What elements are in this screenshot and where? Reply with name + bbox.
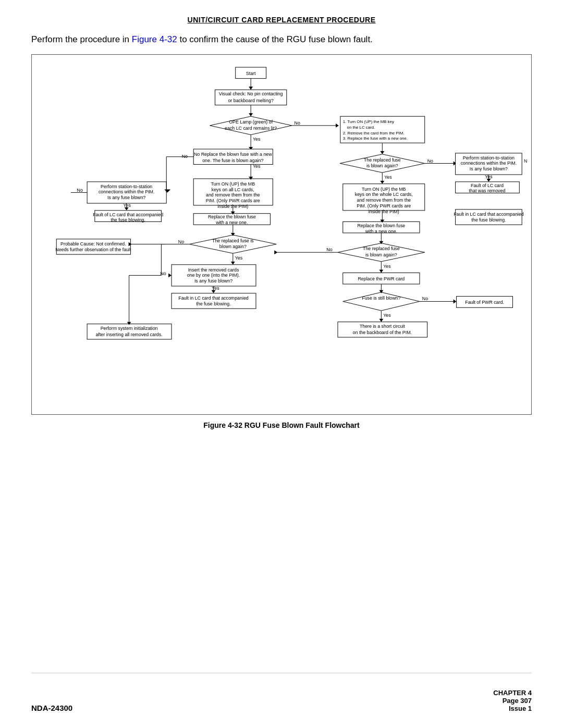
- svg-text:keys on all LC cards,: keys on all LC cards,: [212, 187, 254, 192]
- intro-paragraph: Perform the procedure in Figure 4-32 to …: [31, 33, 532, 46]
- svg-text:Perform system initialization: Perform system initialization: [101, 326, 158, 331]
- svg-text:is blown again?: is blown again?: [366, 163, 398, 168]
- svg-text:is blown again?: is blown again?: [365, 252, 397, 257]
- svg-text:Is any fuse blown?: Is any fuse blown?: [470, 166, 508, 171]
- footer-chapter: CHAPTER 4: [493, 689, 532, 697]
- svg-text:Replace the blown fuse: Replace the blown fuse: [357, 223, 405, 228]
- svg-marker-145: [454, 299, 457, 303]
- svg-marker-74: [125, 207, 129, 211]
- svg-marker-49: [486, 179, 491, 182]
- svg-text:Turn ON (UP) the MB: Turn ON (UP) the MB: [362, 186, 406, 191]
- svg-text:No: No: [427, 158, 433, 163]
- svg-text:2.  Remove the card from the P: 2. Remove the card from the PIM.: [343, 130, 405, 135]
- intro-text-before: Perform the procedure in: [31, 34, 132, 44]
- svg-text:Perform station-to-station: Perform station-to-station: [101, 183, 152, 189]
- svg-text:Yes: Yes: [123, 203, 131, 208]
- svg-marker-126: [168, 273, 172, 277]
- svg-text:the fuse blowing.: the fuse blowing.: [471, 217, 506, 223]
- svg-text:keys on the whole LC cards,: keys on the whole LC cards,: [355, 192, 413, 197]
- svg-text:OPE  Lamp (green) of: OPE Lamp (green) of: [229, 119, 273, 125]
- svg-text:PIM. (Only PWR cards are: PIM. (Only PWR cards are: [206, 198, 260, 203]
- svg-text:Needs further observation of t: Needs further observation of the fault: [55, 247, 131, 252]
- svg-text:Perform station-to-station: Perform station-to-station: [463, 155, 515, 160]
- svg-text:Start: Start: [246, 71, 256, 76]
- svg-text:or backboard melting?: or backboard melting?: [228, 98, 273, 103]
- svg-marker-14: [336, 124, 339, 128]
- svg-text:Fault in LC card that accompan: Fault in LC card that accompanied: [178, 295, 249, 300]
- svg-text:on the LC card.: on the LC card.: [347, 125, 375, 130]
- svg-text:Replace the PWR card: Replace the PWR card: [358, 276, 405, 281]
- svg-text:Insert the removed cards: Insert the removed cards: [188, 267, 239, 272]
- svg-marker-108: [274, 250, 277, 254]
- svg-text:after inserting all removed ca: after inserting all removed cards.: [96, 332, 163, 337]
- svg-text:each LC card  remains lit?: each LC card remains lit?: [225, 126, 277, 131]
- figure-link[interactable]: Figure 4-32: [132, 34, 177, 44]
- svg-text:and  remove them from the: and remove them from the: [357, 198, 411, 203]
- svg-text:Visual check: No pin contactin: Visual check: No pin contacting: [219, 91, 283, 96]
- svg-marker-111: [379, 269, 383, 273]
- svg-text:Probable Cause: Not  confirmed: Probable Cause: Not confirmed.: [60, 241, 126, 246]
- footer-left: NDA-24300: [31, 704, 72, 712]
- svg-text:with a new one.: with a new one.: [365, 229, 397, 234]
- svg-text:with a new one.: with a new one.: [215, 220, 248, 225]
- svg-text:No: No: [178, 239, 184, 244]
- svg-text:Is any fuse blown?: Is any fuse blown?: [194, 278, 232, 283]
- svg-text:Fault of PWR card.: Fault of PWR card.: [465, 300, 504, 305]
- svg-text:Yes: Yes: [384, 175, 392, 180]
- flowchart-container: Start Visual check: No pin contacting or…: [31, 54, 532, 415]
- svg-text:one. The fuse is blown again?: one. The fuse is blown again?: [202, 157, 263, 163]
- svg-text:Yes: Yes: [212, 286, 219, 291]
- svg-text:the fuse blowing.: the fuse blowing.: [111, 217, 145, 223]
- svg-text:No: No: [326, 247, 332, 252]
- svg-text:connections within the PIM.: connections within the PIM.: [99, 189, 154, 194]
- svg-text:PIM. (Only PWR cards are: PIM. (Only PWR cards are: [357, 203, 411, 208]
- svg-text:The replaced fuse: The replaced fuse: [364, 157, 401, 162]
- svg-marker-36: [380, 181, 384, 184]
- svg-text:1.  Turn ON (UP) the MB key: 1. Turn ON (UP) the MB key: [343, 119, 394, 124]
- svg-text:No Replace the blown fuse with: No Replace the blown fuse with a new: [194, 152, 272, 157]
- svg-text:inside the PIM): inside the PIM): [369, 208, 399, 214]
- svg-text:Replace the blown fuse: Replace the blown fuse: [208, 214, 256, 219]
- svg-text:connections within the PIM.: connections within the PIM.: [461, 161, 517, 166]
- figure-caption: Figure 4-32 RGU Fuse Blown Fault Flowcha…: [31, 421, 532, 429]
- svg-text:the fuse blowing.: the fuse blowing.: [196, 301, 230, 306]
- svg-text:Yes: Yes: [253, 164, 261, 169]
- svg-marker-27: [380, 151, 384, 154]
- svg-text:The replaced fuse is: The replaced fuse is: [212, 238, 254, 243]
- svg-text:The replaced  fuse: The replaced fuse: [363, 246, 400, 251]
- svg-marker-3: [249, 87, 253, 90]
- svg-marker-100: [231, 262, 235, 265]
- svg-text:3.  Replace the fuse with a ne: 3. Replace the fuse with a new one.: [343, 136, 408, 141]
- svg-text:one by one (into the PIM).: one by one (into the PIM).: [187, 273, 240, 278]
- svg-text:Yes: Yes: [235, 255, 243, 261]
- svg-text:Yes: Yes: [383, 263, 391, 268]
- svg-text:There is a short circuit: There is a short circuit: [360, 324, 405, 329]
- svg-text:on the backboard of the PIM.: on the backboard of the PIM.: [353, 330, 412, 335]
- footer-right: CHAPTER 4 Page 307 Issue 1: [493, 689, 532, 712]
- page-header: UNIT/CIRCUIT CARD REPLACEMENT PROCEDURE: [31, 16, 532, 24]
- footer-page: Page 307: [493, 697, 532, 705]
- svg-marker-8: [249, 113, 253, 116]
- intro-text-after: to confirm the cause of the RGU fuse blo…: [177, 34, 373, 44]
- svg-text:Fault of LC card: Fault of LC card: [471, 182, 504, 188]
- footer-issue: Issue 1: [493, 705, 532, 712]
- svg-text:that was removed: that was removed: [469, 188, 506, 193]
- svg-text:Is any fuse blown?: Is any fuse blown?: [107, 195, 145, 200]
- svg-marker-150: [379, 319, 383, 322]
- page-footer: NDA-24300 CHAPTER 4 Page 307 Issue 1: [31, 673, 532, 712]
- svg-text:Yes: Yes: [253, 137, 261, 142]
- svg-text:Turn ON (UP) the MB: Turn ON (UP) the MB: [211, 181, 255, 187]
- svg-text:Fault of LC card that accompan: Fault of LC card that accompanied: [93, 212, 163, 217]
- svg-text:and  remove them from the: and remove them from the: [206, 192, 260, 198]
- svg-text:Fuse is still blown?: Fuse is still blown?: [362, 295, 400, 300]
- svg-text:blown again?: blown again?: [219, 244, 247, 249]
- svg-text:No: No: [182, 154, 188, 159]
- svg-text:No: No: [422, 296, 428, 301]
- svg-text:Yes: Yes: [383, 313, 391, 318]
- svg-text:No: No: [295, 120, 300, 126]
- svg-text:No: No: [524, 158, 527, 163]
- svg-text:Fault in LC card that accompan: Fault in LC card that accompanied: [454, 211, 524, 216]
- page: UNIT/CIRCUIT CARD REPLACEMENT PROCEDURE …: [0, 0, 563, 728]
- svg-marker-129: [212, 290, 216, 293]
- flowchart-svg: Start Visual check: No pin contacting or…: [36, 60, 527, 404]
